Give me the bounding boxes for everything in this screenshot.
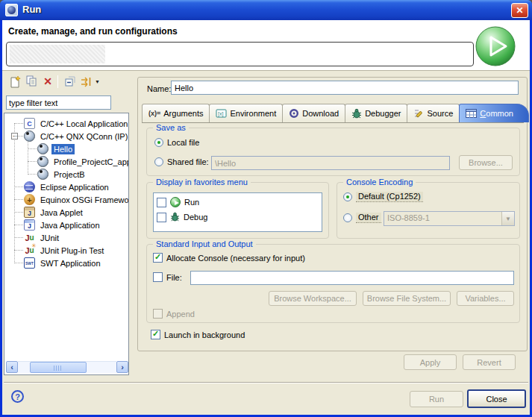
shared-file-input[interactable] xyxy=(211,156,450,170)
allocate-console-option: Allocate Console (necessary for input) xyxy=(153,253,305,263)
favorite-run-checkbox[interactable] xyxy=(157,198,166,207)
combo-dropdown-icon[interactable]: ▼ xyxy=(501,212,514,225)
qnx-qconn-icon xyxy=(37,143,48,154)
window-title: Run xyxy=(22,4,41,15)
favorites-list[interactable]: Run Debug xyxy=(153,192,322,232)
footer-separator xyxy=(4,382,528,383)
append-checkbox[interactable] xyxy=(153,309,163,319)
toolbar-separator xyxy=(57,75,58,88)
tree-horizontal-scrollbar[interactable]: ‹ › xyxy=(6,361,128,373)
header-title: Create, manage, and run configurations xyxy=(8,26,178,37)
close-button[interactable]: Close xyxy=(467,389,526,408)
eclipse-application-icon xyxy=(24,181,35,192)
tab-debugger[interactable]: Debugger xyxy=(345,104,407,122)
common-icon xyxy=(466,109,477,118)
scrollbar-track[interactable] xyxy=(18,361,116,373)
tree-item-hello[interactable]: Hello xyxy=(4,142,128,155)
browse-file-system-button[interactable]: Browse File System... xyxy=(363,291,451,306)
configurations-tree[interactable]: − C/C++ Local Application C/C++ QNX QCon… xyxy=(4,113,129,375)
source-icon xyxy=(413,108,424,119)
configuration-panel: Name: (x)= Arguments [x] Environment xyxy=(137,77,528,351)
java-applet-icon xyxy=(24,207,35,218)
tree-item-junit-plugin-test[interactable]: ✳ JUnit Plug-in Test xyxy=(4,244,128,257)
debug-icon xyxy=(170,212,180,223)
name-label: Name: xyxy=(147,84,171,93)
collapse-all-button[interactable] xyxy=(63,74,78,89)
swt-application-icon xyxy=(24,257,35,269)
other-encoding-radio[interactable] xyxy=(343,213,352,222)
tree-item-projectb[interactable]: ProjectB xyxy=(4,168,128,181)
blurred-message-text xyxy=(10,45,105,63)
scroll-left-icon[interactable]: ‹ xyxy=(6,361,18,373)
tree-item-cpp-local[interactable]: C/C++ Local Application xyxy=(4,117,128,130)
scrollbar-thumb[interactable] xyxy=(30,362,87,373)
tree-item-swt-application[interactable]: SWT Application xyxy=(4,257,128,269)
tree-item-java-application[interactable]: Java Application xyxy=(4,219,128,231)
file-checkbox[interactable] xyxy=(153,272,163,282)
name-input[interactable] xyxy=(171,81,519,95)
tree-item-equinox-osgi[interactable]: Equinox OSGi Framework xyxy=(4,193,128,206)
svg-text:[x]: [x] xyxy=(218,111,223,117)
encoding-combo[interactable]: ISO-8859-1 ▼ xyxy=(384,211,515,226)
browse-workspace-button[interactable]: Browse Workspace... xyxy=(269,291,357,306)
new-configuration-button[interactable] xyxy=(7,74,22,89)
revert-button[interactable]: Revert xyxy=(463,354,516,370)
qnx-qconn-icon xyxy=(24,131,35,142)
default-encoding-radio[interactable] xyxy=(343,192,352,201)
tree-item-qnx-qconn[interactable]: C/C++ QNX QConn (IP) xyxy=(4,130,128,142)
allocate-console-checkbox[interactable] xyxy=(153,253,163,263)
favorite-debug-checkbox[interactable] xyxy=(157,213,166,222)
run-dialog-window: Run ✕ Create, manage, and run configurat… xyxy=(0,0,532,417)
dialog-body: Create, manage, and run configurations xyxy=(2,20,530,415)
shared-file-radio[interactable] xyxy=(154,157,163,166)
duplicate-configuration-button[interactable] xyxy=(24,74,39,89)
browse-shared-button[interactable]: Browse... xyxy=(459,155,513,170)
title-bar[interactable]: Run ✕ xyxy=(0,0,532,20)
run-button[interactable]: Run xyxy=(410,391,463,407)
scroll-right-icon[interactable]: › xyxy=(116,361,128,373)
tree-item-junit[interactable]: JUnit xyxy=(4,231,128,244)
header-banner: Create, manage, and run configurations xyxy=(2,20,530,71)
local-file-radio[interactable] xyxy=(154,138,163,147)
console-encoding-group: Console Encoding Default (Cp1252) Other … xyxy=(337,182,520,239)
message-box xyxy=(6,42,474,66)
filter-menu-dropdown-icon[interactable]: ▼ xyxy=(95,79,100,84)
junit-icon xyxy=(24,232,35,243)
environment-icon: [x] xyxy=(216,109,227,119)
tab-download[interactable]: Download xyxy=(282,104,345,122)
other-encoding-option: Other xyxy=(343,213,381,223)
local-file-option: Local file xyxy=(154,138,199,147)
append-option: Append xyxy=(153,309,195,319)
shared-file-option: Shared file: xyxy=(154,157,209,166)
delete-configuration-button[interactable]: ✕ xyxy=(40,74,55,89)
launch-in-background-checkbox[interactable] xyxy=(151,330,160,339)
help-icon[interactable]: ? xyxy=(11,390,24,403)
variables-button[interactable]: Variables... xyxy=(457,291,514,306)
tab-environment[interactable]: [x] Environment xyxy=(209,104,283,122)
c-cpp-local-icon xyxy=(24,118,35,129)
arguments-icon: (x)= xyxy=(148,110,160,117)
tab-common[interactable]: Common xyxy=(459,104,529,122)
tab-source[interactable]: Source xyxy=(407,104,460,122)
favorites-group: Display in favorites menu Run Deb xyxy=(146,182,329,239)
window-icon xyxy=(5,4,18,16)
default-encoding-option: Default (Cp1252) xyxy=(343,192,423,202)
apply-button[interactable]: Apply xyxy=(404,354,457,370)
download-icon xyxy=(289,108,299,119)
run-icon xyxy=(170,197,181,207)
launch-in-background-option: Launch in background xyxy=(151,330,245,339)
debugger-icon xyxy=(351,108,362,119)
run-overview-icon xyxy=(474,25,517,68)
tree-item-profile-projectc[interactable]: Profile_ProjectC_app xyxy=(4,155,128,168)
stdio-group: Standard Input and Output Allocate Conso… xyxy=(146,244,520,323)
tab-arguments[interactable]: (x)= Arguments xyxy=(142,104,210,122)
tree-item-java-applet[interactable]: Java Applet xyxy=(4,206,128,219)
close-icon[interactable]: ✕ xyxy=(511,3,528,18)
equinox-osgi-icon xyxy=(24,194,35,205)
favorite-run-row[interactable]: Run xyxy=(157,195,319,210)
file-path-input[interactable] xyxy=(190,271,514,285)
filter-input[interactable] xyxy=(6,95,111,110)
tree-item-eclipse-application[interactable]: Eclipse Application xyxy=(4,181,128,193)
favorite-debug-row[interactable]: Debug xyxy=(157,210,319,225)
filter-icon[interactable] xyxy=(79,74,94,89)
